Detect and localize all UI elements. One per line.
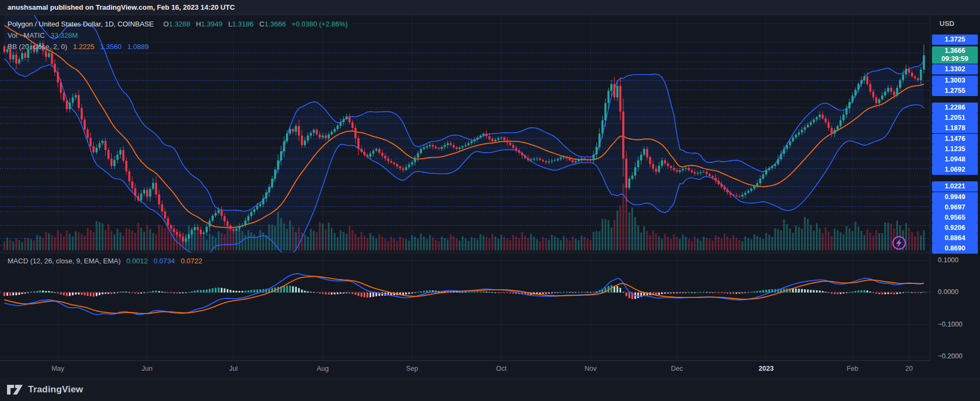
change-value: +0.0380 (+2.86%) <box>291 20 348 28</box>
price-level-label: 1.2051 <box>932 113 978 123</box>
tradingview-logo[interactable]: TradingView <box>7 384 83 395</box>
price-level-label: 1.2286 <box>932 103 978 113</box>
chart-canvas[interactable] <box>0 0 980 401</box>
open-value: 1.3288 <box>169 20 190 28</box>
macd-scale-label: −0.2000 <box>938 352 963 360</box>
symbol-legend-row[interactable]: Polygon / United States Dollar, 1D, COIN… <box>8 20 348 28</box>
price-level-label: 0.8690 <box>932 243 978 254</box>
volume-value: 33.328M <box>51 31 78 39</box>
volume-legend-row[interactable]: Vol · MATIC 33.328M <box>8 31 78 39</box>
price-level-label: 1.1878 <box>932 123 978 133</box>
time-axis-label: May <box>51 365 64 372</box>
macd-legend-row[interactable]: MACD (12, 26, close, 9, EMA, EMA) 0.0012… <box>8 257 202 265</box>
high-value: 1.3949 <box>201 20 223 28</box>
time-axis-label: 2023 <box>759 365 774 372</box>
price-scale-currency[interactable]: USD <box>940 19 954 28</box>
time-axis-label: Aug <box>317 365 329 372</box>
current-price-value: 1.3666 <box>932 47 978 55</box>
low-value: 1.3186 <box>232 20 254 28</box>
tradingview-published-chart: anushsamal published on TradingView.com,… <box>0 0 980 401</box>
macd-scale-label: −0.1000 <box>938 321 963 328</box>
time-axis-label: Dec <box>671 365 683 372</box>
open-label: O <box>164 20 169 28</box>
price-level-label: 1.0221 <box>932 181 978 192</box>
time-axis-label: Oct <box>496 365 506 372</box>
volume-label: Vol · MATIC <box>8 31 45 39</box>
time-axis-label: 20 <box>905 365 913 372</box>
price-level-label: 0.9697 <box>932 202 978 213</box>
price-level-label: 1.1476 <box>932 134 978 144</box>
high-label: H <box>196 20 201 28</box>
macd-hist-value: 0.0012 <box>126 257 148 265</box>
symbol-title[interactable]: Polygon / United States Dollar, 1D, COIN… <box>8 20 154 28</box>
price-level-label: 1.3302 <box>932 64 978 74</box>
time-axis-label: Feb <box>847 365 859 372</box>
price-level-label: 0.9949 <box>932 192 978 202</box>
bb-legend-row[interactable]: BB (20, close, 2, 0) 1.2225 1.3560 1.088… <box>8 43 149 51</box>
bb-label: BB (20, close, 2, 0) <box>8 43 67 51</box>
price-level-label: 1.0948 <box>932 154 978 165</box>
time-axis-label: Jun <box>142 365 153 372</box>
footer-strip: TradingView <box>0 378 980 401</box>
macd-scale-label: 0.1000 <box>938 256 958 264</box>
tradingview-logo-text: TradingView <box>28 384 83 395</box>
macd-label: MACD (12, 26, close, 9, EMA, EMA) <box>8 257 121 265</box>
bar-close-countdown: 09:39:59 <box>932 55 978 63</box>
close-label: C <box>260 20 264 28</box>
macd-signal-value: 0.0722 <box>181 257 202 265</box>
current-price-tag: 1.3666 09:39:59 <box>932 46 978 64</box>
flash-boost-button[interactable] <box>893 237 906 249</box>
time-axis[interactable]: MayJunJulAugSepOctNovDec2023Feb20 <box>0 361 930 378</box>
price-level-label: 1.3003 <box>932 76 978 86</box>
time-axis-label: Nov <box>584 365 596 372</box>
price-level-label: 0.9206 <box>932 223 978 233</box>
price-level-label: 1.1235 <box>932 144 978 154</box>
price-level-label: 1.0692 <box>932 165 978 175</box>
time-axis-label: Sep <box>406 365 418 372</box>
price-level-label: 1.3725 <box>932 35 978 45</box>
tradingview-logo-icon <box>7 384 23 395</box>
bb-upper-value: 1.3560 <box>100 43 122 51</box>
macd-line-value: 0.0734 <box>154 257 175 265</box>
bb-basis-value: 1.2225 <box>73 43 94 51</box>
time-axis-label: Jul <box>229 365 238 372</box>
close-value: 1.3666 <box>264 20 286 28</box>
price-scale[interactable]: USD 1.37251.33021.30031.27551.22861.2051… <box>930 15 980 361</box>
price-level-label: 1.2755 <box>932 86 978 96</box>
price-level-label: 0.9565 <box>932 213 978 223</box>
bb-lower-value: 1.0889 <box>127 43 149 51</box>
macd-scale-label: 0.0000 <box>938 288 958 296</box>
price-level-label: 0.8864 <box>932 233 978 243</box>
